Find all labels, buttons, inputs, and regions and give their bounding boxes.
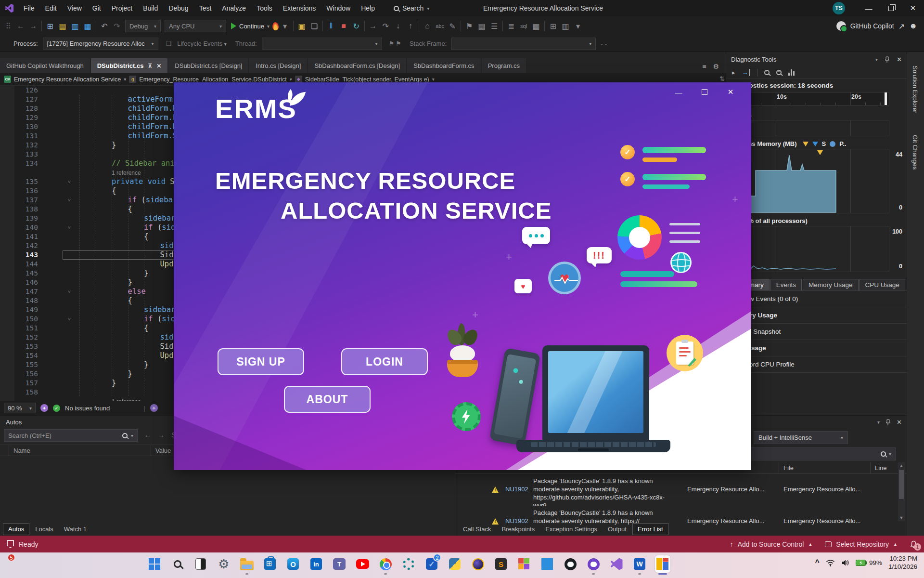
tab-watch-1[interactable]: Watch 1	[59, 524, 91, 535]
close-tab-icon[interactable]: ✕	[156, 63, 161, 69]
close-button[interactable]: ✕	[902, 0, 924, 16]
search-control[interactable]: Search ▾	[394, 4, 429, 12]
bookmark-icon[interactable]: ⚑	[463, 20, 475, 32]
back-icon[interactable]: ←	[144, 431, 151, 439]
split-view-icon[interactable]: ⇅	[719, 75, 725, 82]
taskbar-visual-studio[interactable]	[609, 555, 624, 573]
hot-reload-dropdown-icon[interactable]: ▾	[279, 20, 291, 32]
taskbar-linkedin[interactable]: in	[308, 555, 324, 573]
app-window-icon[interactable]: ❏	[308, 20, 321, 32]
menu-tools[interactable]: Tools	[251, 0, 278, 16]
taskbar-python[interactable]	[447, 555, 462, 573]
notifications-button[interactable]: 1	[910, 540, 917, 548]
diag-row-record-cpu-profile[interactable]: Record CPU Profile	[726, 356, 907, 373]
taskbar-github-desktop[interactable]	[586, 555, 601, 573]
menu-help[interactable]: Help	[356, 0, 380, 16]
column-value[interactable]: Value	[155, 447, 171, 454]
menu-test[interactable]: Test	[194, 0, 217, 16]
panel-menu-icon[interactable]: ▾	[877, 420, 880, 425]
menu-project[interactable]: Project	[106, 0, 138, 16]
step-over-icon[interactable]: ↷	[379, 20, 392, 32]
grid-icon[interactable]: ▦	[530, 20, 542, 32]
sql-icon[interactable]: sql	[517, 20, 530, 32]
tab-locals[interactable]: Locals	[30, 524, 58, 535]
flag-icons[interactable]: ⚑⚑	[389, 40, 403, 47]
taskbar-word[interactable]: W	[632, 555, 647, 573]
tab-sbdashboardform-cs[interactable]: SbDashboardForm.cs	[407, 58, 480, 73]
code-lens-icon[interactable]: ⌂	[421, 20, 434, 32]
bookmark-list-icon[interactable]: ▤	[475, 20, 488, 32]
spell-check-icon[interactable]: abc	[434, 20, 446, 32]
taskbar-chrome[interactable]	[378, 555, 393, 573]
erms-minimize-button[interactable]: —	[671, 86, 686, 98]
diag-tab-cpu-usage[interactable]: CPU Usage	[860, 279, 905, 290]
menu-file[interactable]: File	[18, 0, 40, 16]
document-list-icon[interactable]: ≡	[702, 63, 706, 70]
taskbar-sublime[interactable]: S	[493, 555, 509, 573]
login-button[interactable]: LOGIN	[341, 348, 428, 375]
column-line[interactable]: Line	[875, 464, 887, 472]
pin-icon[interactable]: ⊼	[148, 63, 152, 69]
tab-exception-settings[interactable]: Exception Settings	[540, 524, 602, 535]
undo-icon[interactable]: ↶	[98, 20, 111, 32]
redo-icon[interactable]: ↷	[111, 20, 123, 32]
events-track[interactable]	[730, 120, 889, 136]
menu-window[interactable]: Window	[321, 0, 356, 16]
menu-build[interactable]: Build	[138, 0, 163, 16]
tab-error-list[interactable]: Error List	[632, 523, 668, 535]
stop-debugging-icon[interactable]: ■	[337, 20, 350, 32]
diag-row-take-snapshot[interactable]: Take Snapshot	[726, 324, 907, 340]
error-filter-dropdown[interactable]: Build + IntelliSense▾	[754, 431, 848, 444]
tab-solution-explorer[interactable]: Solution Explorer	[911, 66, 919, 113]
timeline-ruler[interactable]: 10s 20s	[730, 92, 889, 105]
cpu-chart[interactable]: 100 0	[730, 226, 889, 272]
about-button[interactable]: ABOUT	[284, 386, 371, 413]
tab-github-copilot-walkthrough[interactable]: GitHub Copilot Walkthrough	[0, 58, 90, 73]
feedback-icon[interactable]: ☻	[909, 22, 917, 30]
menu-extensions[interactable]: Extensions	[278, 0, 321, 16]
taskbar-microsoft-store[interactable]	[262, 555, 278, 573]
pin-icon[interactable]	[886, 419, 891, 425]
select-repository-button[interactable]: Select Repository ▲	[825, 540, 898, 548]
taskbar-file-explorer[interactable]	[239, 555, 255, 573]
tab-autos[interactable]: Autos	[3, 523, 29, 535]
tab-program-cs[interactable]: Program.cs	[482, 58, 526, 73]
new-project-icon[interactable]: ⊞	[44, 20, 56, 32]
codelens-references[interactable]: 1 reference	[112, 170, 141, 176]
scrollbar[interactable]: ▲▼	[898, 462, 905, 521]
break-all-icon[interactable]: ‖	[325, 20, 337, 32]
step-out-icon[interactable]: ↑	[404, 20, 417, 32]
erms-close-button[interactable]: ✕	[723, 86, 738, 98]
column-file[interactable]: File	[783, 464, 794, 472]
step-into-icon[interactable]: ↓	[392, 20, 404, 32]
add-to-source-control-button[interactable]: ↑ Add to Source Control ▲	[730, 540, 813, 548]
overflow-icon[interactable]: ⌄⌄	[600, 41, 608, 46]
battery-indicator[interactable]: 99%	[856, 559, 882, 566]
taskbar-task-view[interactable]	[193, 555, 208, 573]
breadcrumb-project[interactable]: Emergency Resource Allocation Service	[14, 76, 121, 83]
taskbar-teams[interactable]: T	[332, 555, 347, 573]
more-options-icon[interactable]: ▾	[572, 20, 584, 32]
erms-maximize-button[interactable]	[697, 86, 712, 98]
column-name[interactable]: Name	[13, 447, 30, 454]
zoom-dropdown[interactable]: 90 %▾	[4, 403, 36, 413]
pin-icon[interactable]	[885, 56, 890, 63]
tray-chevron-icon[interactable]: ^	[815, 558, 820, 567]
debug-config-dropdown[interactable]: Debug▾	[125, 20, 161, 32]
tab-dsubdistrict-cs-design-[interactable]: DSubDistrict.cs [Design]	[168, 58, 248, 73]
tab-breakpoints[interactable]: Breakpoints	[497, 524, 540, 535]
continue-button[interactable]: Continue▾	[231, 23, 270, 30]
tab-intro-cs-design-[interactable]: Intro.cs [Design]	[249, 58, 307, 73]
suggestion-icon[interactable]: ✧	[150, 404, 158, 412]
clock[interactable]: 10:23 PM 1/10/2026	[888, 554, 917, 571]
taskbar-visual-studio-legacy[interactable]	[516, 555, 532, 573]
hot-reload-icon[interactable]	[272, 22, 279, 30]
navigate-list-icon[interactable]: ☰	[488, 20, 500, 32]
signup-button[interactable]: SIGN UP	[218, 348, 304, 375]
github-copilot-button[interactable]: GitHub Copilot ↗ ☻	[836, 16, 917, 36]
tab-output[interactable]: Output	[603, 524, 631, 535]
taskbar-capture-ring[interactable]	[401, 555, 416, 573]
memory-chart[interactable]: 44 0	[730, 149, 889, 213]
open-containing-folder-icon[interactable]: ▣	[295, 20, 308, 32]
menu-view[interactable]: View	[62, 0, 87, 16]
